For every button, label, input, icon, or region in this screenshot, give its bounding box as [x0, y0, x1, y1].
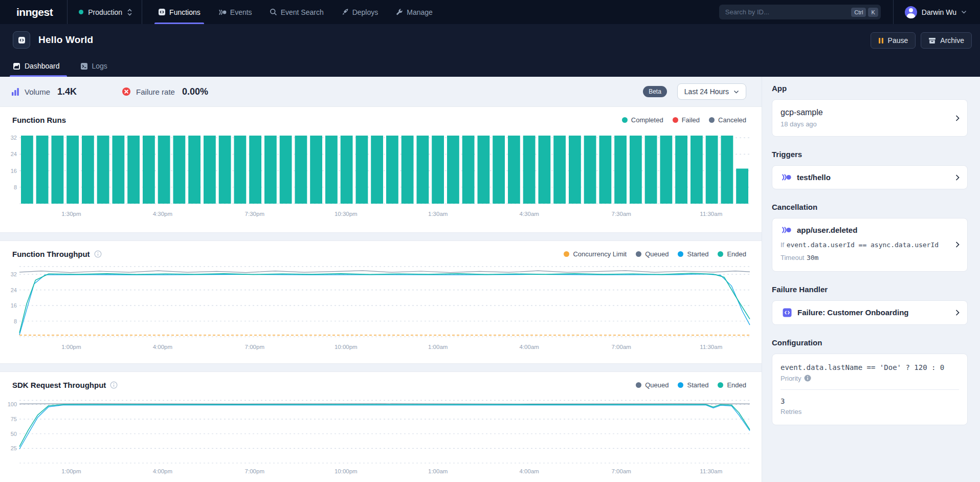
timeout-label: Timeout: [781, 254, 804, 261]
sdk-throughput-legend: Queued Started Ended: [636, 381, 746, 389]
volume-bars-icon: [11, 87, 19, 96]
nav-item-events[interactable]: Events: [209, 0, 261, 24]
event-icon: [781, 226, 791, 234]
dashboard-main: Volume 1.4K Failure rate 0.00% Beta Last…: [0, 77, 762, 482]
search-icon: [270, 8, 277, 16]
svg-text:32: 32: [11, 271, 17, 277]
nav-item-label: Functions: [169, 8, 201, 16]
app-card[interactable]: gcp-sample 18 days ago: [772, 99, 968, 137]
svg-text:10:00pm: 10:00pm: [335, 468, 358, 474]
legend-dot: [678, 251, 683, 257]
legend-dot: [636, 251, 641, 257]
cancellation-card[interactable]: app/user.deleted If event.data.userId ==…: [772, 218, 968, 272]
function-throughput-legend: Concurrency Limit Queued Started Ended: [564, 250, 746, 258]
legend-dot: [636, 382, 641, 388]
cancellation-expression: event.data.userId == async.data.userId: [787, 241, 939, 249]
legend-dot: [718, 382, 723, 388]
svg-text:24: 24: [11, 287, 17, 293]
chevron-right-icon: [955, 174, 960, 181]
nav-item-label: Event Search: [281, 8, 324, 16]
trigger-card[interactable]: test/hello: [772, 165, 968, 189]
section-heading: Triggers: [772, 150, 968, 159]
stat-volume: Volume 1.4K: [11, 86, 77, 97]
divider: [142, 0, 142, 24]
info-icon[interactable]: [94, 250, 102, 258]
svg-text:25: 25: [11, 445, 17, 451]
svg-text:11:30am: 11:30am: [700, 211, 722, 217]
user-name: Darwin Wu: [922, 8, 956, 16]
svg-text:7:00am: 7:00am: [612, 344, 631, 350]
search-input[interactable]: [725, 8, 850, 16]
failure-handler-section: Failure Handler Failure: Customer Onboar…: [772, 285, 968, 325]
legend-dot: [718, 251, 723, 257]
retries-value: 3: [781, 397, 959, 405]
info-icon[interactable]: [804, 375, 811, 382]
details-sidebar: App gcp-sample 18 days ago Triggers t: [762, 77, 980, 482]
section-heading: Cancellation: [772, 203, 968, 211]
app-name: gcp-sample: [781, 108, 959, 117]
function-runs-chart: 81624321:30pm4:30pm7:30pm10:30pm1:30am4:…: [4, 134, 755, 218]
divider: [781, 389, 959, 390]
if-label: If: [781, 241, 784, 249]
info-icon[interactable]: [110, 381, 118, 389]
svg-text:75: 75: [11, 416, 17, 422]
timeout-value: 30m: [807, 254, 818, 261]
legend-dot: [678, 382, 683, 388]
tab-logs[interactable]: Logs: [80, 62, 107, 77]
svg-text:10:30pm: 10:30pm: [335, 211, 358, 217]
svg-text:7:00pm: 7:00pm: [245, 468, 264, 474]
nav-item-manage[interactable]: Manage: [387, 0, 441, 24]
chevron-right-icon: [955, 242, 960, 248]
sdk-throughput-chart: 2550751001:00pm4:00pm7:00pm10:00pm1:00am…: [4, 399, 755, 475]
configuration-card: event.data.lastName == 'Doe' ? 120 : 0 P…: [772, 354, 968, 425]
legend-label: Queued: [645, 250, 669, 258]
time-range-dropdown[interactable]: Last 24 Hours: [677, 83, 746, 100]
failure-x-icon: [122, 87, 131, 96]
events-icon: [218, 9, 227, 16]
user-menu[interactable]: Darwin Wu: [894, 0, 980, 24]
nav-item-event-search[interactable]: Event Search: [261, 0, 332, 24]
archive-button[interactable]: Archive: [921, 32, 972, 49]
chevron-right-icon: [955, 309, 960, 316]
legend-dot: [673, 117, 678, 123]
nav-item-deploys[interactable]: Deploys: [332, 0, 387, 24]
failure-rate-label: Failure rate: [136, 87, 175, 96]
avatar: [905, 6, 917, 18]
inngest-logo[interactable]: inngest: [0, 0, 67, 24]
function-throughput-chart: 81624321:00pm4:00pm7:00pm10:00pm1:00am4:…: [4, 265, 755, 351]
stat-failure-rate: Failure rate 0.00%: [122, 86, 208, 97]
svg-text:8: 8: [14, 318, 17, 324]
svg-text:4:30am: 4:30am: [520, 211, 539, 217]
legend-label: Completed: [631, 116, 663, 124]
legend-label: Started: [687, 381, 708, 389]
legend-dot: [564, 251, 569, 257]
nav-item-functions[interactable]: Functions: [149, 0, 209, 24]
function-runs-legend: Completed Failed Canceled: [622, 116, 746, 124]
svg-text:32: 32: [11, 135, 17, 141]
svg-text:4:00pm: 4:00pm: [153, 468, 172, 474]
svg-text:4:30pm: 4:30pm: [153, 211, 172, 217]
tab-dashboard[interactable]: Dashboard: [13, 62, 60, 77]
legend-label: Started: [687, 250, 708, 258]
failure-handler-card[interactable]: Failure: Customer Onboarding: [772, 300, 968, 325]
section-heading: App: [772, 84, 968, 93]
nav-item-label: Manage: [407, 8, 433, 16]
svg-text:7:00am: 7:00am: [612, 468, 631, 474]
svg-text:4:00am: 4:00am: [520, 468, 539, 474]
svg-text:1:00am: 1:00am: [428, 468, 448, 474]
svg-text:24: 24: [11, 151, 17, 157]
pause-button[interactable]: Pause: [871, 32, 916, 49]
global-search[interactable]: Ctrl K: [719, 5, 881, 19]
wrench-icon: [395, 8, 403, 16]
main-nav: Functions Events Event Search Deploys: [149, 0, 441, 24]
failure-handler-name: Failure: Customer Onboarding: [797, 308, 909, 317]
chevron-down-icon: [961, 10, 967, 14]
sdk-throughput-card: SDK Request Throughput Queued Started En…: [0, 371, 762, 482]
environment-switcher[interactable]: Production: [68, 0, 142, 24]
environment-status-dot: [79, 10, 83, 14]
tab-label: Dashboard: [25, 62, 60, 70]
svg-text:8: 8: [14, 184, 17, 190]
chevron-right-icon: [955, 115, 960, 121]
nav-item-label: Deploys: [352, 8, 378, 16]
volume-label: Volume: [25, 87, 50, 96]
